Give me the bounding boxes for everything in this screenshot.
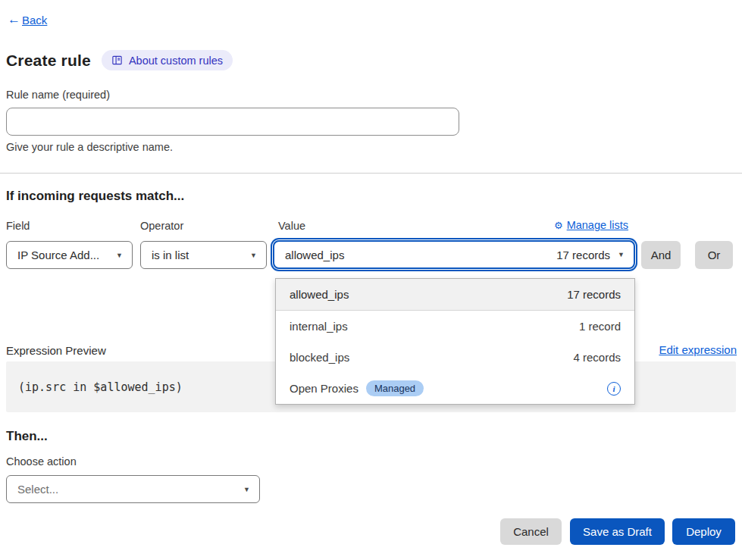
- edit-expression-link[interactable]: Edit expression: [659, 343, 737, 356]
- book-icon: [111, 55, 123, 66]
- and-button[interactable]: And: [641, 241, 681, 269]
- gear-icon: ⚙: [554, 220, 563, 231]
- action-select-placeholder: Select...: [17, 483, 58, 496]
- deploy-button[interactable]: Deploy: [672, 518, 735, 545]
- choose-action-label: Choose action: [6, 455, 77, 468]
- list-item-name: blocked_ips: [290, 351, 349, 364]
- then-section-heading: Then...: [6, 429, 48, 444]
- field-column-label: Field: [6, 220, 30, 232]
- field-select-value: IP Source Add...: [17, 249, 99, 261]
- operator-select-value: is in list: [152, 249, 189, 261]
- list-item[interactable]: blocked_ips 4 records: [276, 342, 634, 373]
- list-item-meta: 1 record: [579, 320, 621, 333]
- list-item-name: internal_ips: [290, 320, 348, 333]
- cancel-button[interactable]: Cancel: [500, 518, 562, 545]
- list-item-meta: 17 records: [567, 288, 621, 301]
- match-section-heading: If incoming requests match...: [6, 189, 184, 204]
- title-row: Create rule About custom rules: [6, 50, 233, 70]
- value-select-meta: 17 records: [556, 249, 610, 261]
- list-item[interactable]: internal_ips 1 record: [276, 311, 634, 342]
- chevron-down-icon: ▼: [250, 252, 257, 259]
- list-item-name: allowed_ips: [290, 288, 349, 301]
- operator-column-label: Operator: [140, 220, 183, 232]
- rule-name-label: Rule name (required): [6, 89, 110, 101]
- info-icon[interactable]: i: [607, 382, 621, 396]
- back-link-label[interactable]: Back: [22, 14, 47, 27]
- list-item-name: Open Proxies: [290, 382, 358, 395]
- list-item-meta: 4 records: [573, 351, 621, 364]
- rule-name-input[interactable]: [6, 108, 459, 136]
- rule-name-helper: Give your rule a descriptive name.: [6, 141, 173, 153]
- action-select[interactable]: Select... ▼: [6, 475, 260, 503]
- back-arrow-icon: ←: [8, 12, 20, 27]
- about-badge-label: About custom rules: [129, 55, 223, 67]
- expression-preview-label: Expression Preview: [6, 344, 106, 357]
- chevron-down-icon: ▼: [116, 252, 123, 259]
- expression-code: (ip.src in $allowed_ips): [18, 380, 183, 394]
- chevron-down-icon: ▼: [618, 251, 625, 258]
- chevron-down-icon: ▼: [243, 486, 250, 493]
- or-button[interactable]: Or: [695, 241, 733, 269]
- section-divider: [0, 173, 742, 174]
- create-rule-page: ← Back Create rule About custom rules Ru…: [0, 0, 742, 560]
- manage-lists-link[interactable]: ⚙ Manage lists: [554, 219, 628, 231]
- list-item[interactable]: allowed_ips 17 records: [276, 279, 634, 311]
- value-dropdown-menu: allowed_ips 17 records internal_ips 1 re…: [275, 278, 635, 405]
- about-custom-rules-badge[interactable]: About custom rules: [102, 50, 233, 70]
- value-select[interactable]: allowed_ips 17 records ▼: [273, 240, 635, 269]
- list-item[interactable]: Open Proxies Managed i: [276, 373, 634, 404]
- field-select[interactable]: IP Source Add... ▼: [6, 241, 133, 269]
- value-column-label: Value: [278, 220, 305, 232]
- save-as-draft-button[interactable]: Save as Draft: [570, 518, 665, 545]
- manage-lists-label[interactable]: Manage lists: [567, 219, 628, 231]
- back-link[interactable]: ← Back: [8, 12, 47, 27]
- operator-select[interactable]: is in list ▼: [140, 241, 267, 269]
- value-select-value: allowed_ips: [285, 249, 344, 261]
- page-title: Create rule: [6, 52, 91, 70]
- managed-badge: Managed: [366, 380, 424, 396]
